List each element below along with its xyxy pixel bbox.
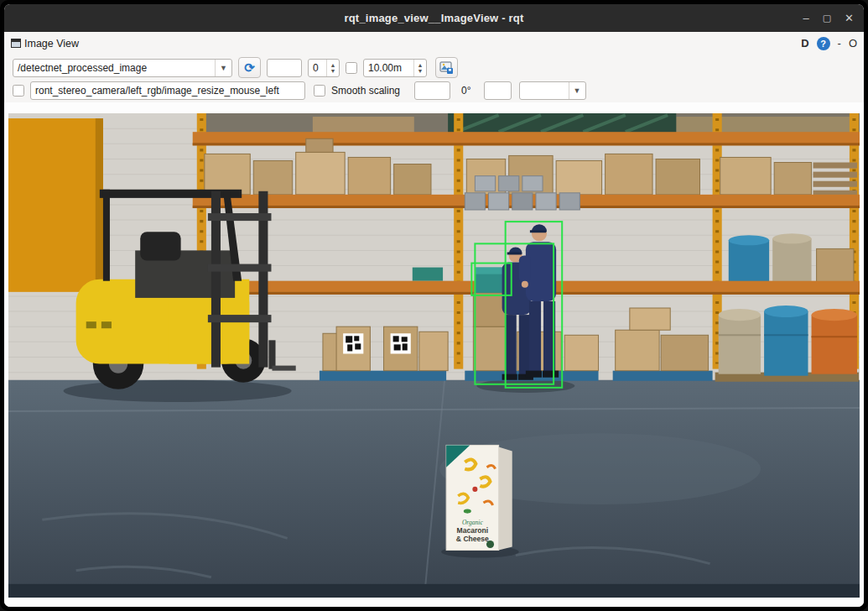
plugin-titlebar: Image View D ? - O — [4, 32, 864, 55]
refresh-topics-button[interactable]: ⟳ — [238, 57, 261, 78]
rotation-label: 0° — [461, 85, 470, 97]
chevron-down-icon: ▼ — [215, 60, 227, 76]
mac-box-organic-text: Organic — [462, 519, 484, 526]
smooth-scaling-label: Smooth scaling — [331, 85, 400, 97]
mac-box-name-text-1: Macaroni — [457, 526, 489, 535]
orange-wall-panel — [8, 118, 103, 292]
zoom-spinbox-value: 0 — [313, 62, 326, 74]
aux-field-3[interactable] — [484, 81, 512, 100]
plugin-close-icon[interactable]: O — [849, 37, 857, 50]
dock-badge[interactable]: D — [801, 37, 808, 50]
close-icon[interactable]: ✕ — [845, 12, 854, 24]
minimize-icon[interactable]: – — [803, 12, 808, 24]
dynamic-range-checkbox[interactable] — [346, 62, 357, 74]
refresh-icon: ⟳ — [244, 60, 255, 76]
plugin-minimize-icon[interactable]: - — [838, 37, 841, 50]
topic-combobox[interactable]: /detectnet_processed_image ▼ — [13, 59, 232, 77]
window-frame: rqt_image_view__ImageView - rqt – ▢ ✕ Im… — [4, 4, 864, 607]
max-range-spinbox-value: 10.00m — [368, 62, 413, 74]
toolbar-row-2: Smooth scaling 0° ▼ — [4, 81, 864, 102]
zoom-spinbox[interactable]: 0 ▲▼ — [308, 59, 340, 77]
window-title: rqt_image_view__ImageView - rqt — [344, 12, 523, 24]
camera-image[interactable]: Organic Macaroni & Cheese — [8, 113, 860, 598]
floor-barrels — [719, 306, 857, 376]
rotation-combobox[interactable]: ▼ — [519, 81, 586, 100]
save-image-icon — [439, 61, 454, 75]
mouse-topic-input[interactable] — [30, 81, 305, 100]
warehouse-floor — [8, 380, 860, 598]
mac-box-name-text-2: & Cheese — [456, 535, 489, 543]
aux-field-2[interactable] — [414, 81, 450, 100]
topic-combobox-value: /detectnet_processed_image — [18, 62, 147, 74]
help-icon[interactable]: ? — [817, 37, 830, 50]
max-range-spinbox[interactable]: 10.00m ▲▼ — [363, 59, 427, 77]
smooth-scaling-checkbox[interactable] — [314, 85, 325, 97]
spinner-arrows-icon[interactable]: ▲▼ — [413, 60, 426, 76]
chevron-down-icon: ▼ — [569, 82, 581, 99]
mac-cheese-box: Organic Macaroni & Cheese — [441, 445, 519, 557]
people-shadow — [476, 379, 574, 393]
maximize-icon[interactable]: ▢ — [823, 13, 831, 24]
image-view-panel: Organic Macaroni & Cheese — [4, 102, 864, 607]
titlebar[interactable]: rqt_image_view__ImageView - rqt – ▢ ✕ — [4, 4, 864, 32]
app-window: rqt_image_view__ImageView - rqt – ▢ ✕ Im… — [0, 0, 868, 611]
publish-mouse-checkbox[interactable] — [13, 85, 24, 97]
plugin-title: Image View — [24, 38, 79, 50]
image-view-icon — [11, 39, 21, 48]
spinner-arrows-icon[interactable]: ▲▼ — [326, 60, 339, 76]
rack-beam-top — [193, 132, 860, 145]
save-image-button[interactable] — [435, 57, 458, 78]
aux-field-1[interactable] — [267, 59, 302, 77]
toolbar-row-1: /detectnet_processed_image ▼ ⟳ 0 ▲▼ 10.0… — [4, 55, 864, 81]
forklift-shadow — [64, 380, 292, 402]
